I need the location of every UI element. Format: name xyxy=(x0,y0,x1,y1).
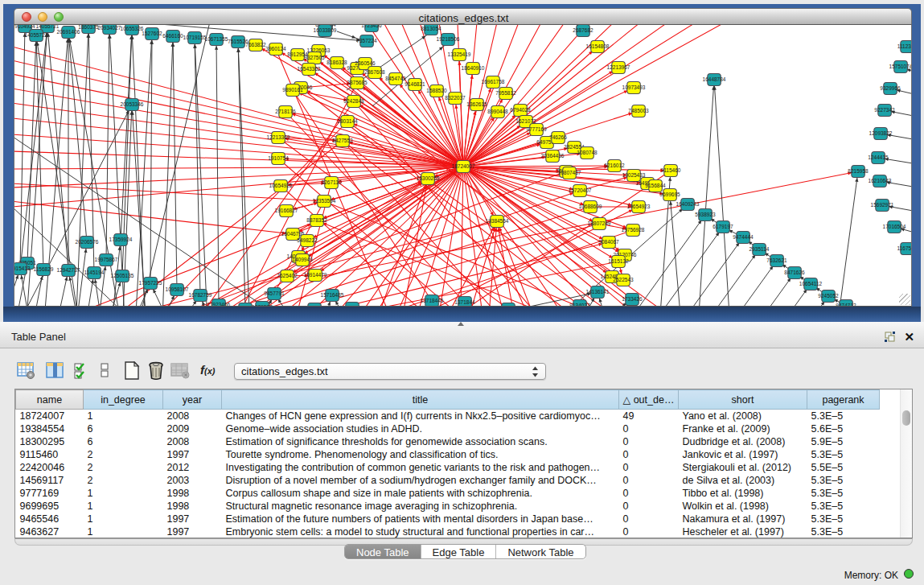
svg-text:1167534: 1167534 xyxy=(897,245,912,251)
svg-text:8454749: 8454749 xyxy=(385,76,406,81)
svg-text:1733426: 1733426 xyxy=(622,296,643,302)
svg-text:20691406: 20691406 xyxy=(57,29,80,35)
svg-text:19384554: 19384554 xyxy=(486,218,509,224)
svg-text:2687682: 2687682 xyxy=(573,27,593,33)
svg-text:2522543: 2522543 xyxy=(613,277,634,282)
svg-text:746266: 746266 xyxy=(549,134,567,140)
svg-text:1244415: 1244415 xyxy=(868,154,889,160)
svg-text:9474444: 9474444 xyxy=(733,234,754,240)
svg-text:20934027: 20934027 xyxy=(98,25,121,31)
svg-text:10671355: 10671355 xyxy=(205,36,228,42)
svg-text:14055721: 14055721 xyxy=(25,32,48,38)
svg-text:19654923: 19654923 xyxy=(627,204,651,209)
svg-text:8186328: 8186328 xyxy=(326,60,347,65)
svg-text:1362615: 1362615 xyxy=(466,101,487,107)
svg-text:7625402: 7625402 xyxy=(277,273,298,278)
svg-text:1371844: 1371844 xyxy=(304,306,325,307)
svg-text:7632621: 7632621 xyxy=(766,257,787,263)
svg-text:16448784: 16448784 xyxy=(703,76,726,82)
svg-text:15300255: 15300255 xyxy=(417,175,440,181)
svg-text:9156844: 9156844 xyxy=(645,183,666,188)
svg-text:3875685: 3875685 xyxy=(347,80,368,85)
svg-text:18807249: 18807249 xyxy=(588,220,611,226)
svg-text:10973493: 10973493 xyxy=(622,84,646,90)
svg-text:6179197: 6179197 xyxy=(713,224,733,229)
svg-text:9612345: 9612345 xyxy=(342,305,363,307)
svg-text:19218506: 19218506 xyxy=(437,36,460,42)
svg-text:19975867: 19975867 xyxy=(95,257,118,262)
svg-text:16782759: 16782759 xyxy=(189,292,212,298)
svg-text:1145194: 1145194 xyxy=(84,270,105,275)
svg-text:1723456: 1723456 xyxy=(361,25,382,28)
svg-text:17957225: 17957225 xyxy=(139,280,162,286)
svg-text:9699695: 9699695 xyxy=(659,192,680,197)
svg-text:10655326: 10655326 xyxy=(121,26,144,31)
svg-text:9227342: 9227342 xyxy=(874,107,895,113)
svg-text:10958107: 10958107 xyxy=(166,286,189,292)
svg-text:7357224: 7357224 xyxy=(356,38,377,43)
svg-text:1588520: 1588520 xyxy=(426,88,447,93)
svg-text:14136141: 14136141 xyxy=(586,289,610,295)
svg-text:9146821: 9146821 xyxy=(405,81,425,87)
svg-text:1092346: 1092346 xyxy=(235,306,256,307)
svg-text:1527602: 1527602 xyxy=(142,31,162,36)
svg-text:10654925: 10654925 xyxy=(269,183,293,188)
svg-text:18724007: 18724007 xyxy=(452,163,475,169)
svg-text:9245052: 9245052 xyxy=(818,293,839,299)
svg-text:14055721: 14055721 xyxy=(36,25,60,29)
svg-text:9253144: 9253144 xyxy=(498,306,519,307)
svg-text:20206576: 20206576 xyxy=(76,239,99,245)
svg-text:6794028: 6794028 xyxy=(510,107,531,113)
svg-text:7663822: 7663822 xyxy=(245,42,266,47)
svg-text:16543362: 16543362 xyxy=(298,66,321,72)
svg-text:12942737: 12942737 xyxy=(57,267,80,273)
svg-text:3915413: 3915413 xyxy=(14,266,31,271)
svg-text:9329966: 9329966 xyxy=(880,85,901,91)
svg-text:1080748: 1080748 xyxy=(577,150,598,155)
svg-text:15720407: 15720407 xyxy=(569,187,592,193)
svg-text:1371844: 1371844 xyxy=(454,299,475,305)
svg-text:16210643: 16210643 xyxy=(869,178,892,183)
svg-text:9084067: 9084067 xyxy=(598,239,619,245)
svg-text:15692971: 15692971 xyxy=(871,202,894,208)
svg-text:9115460: 9115460 xyxy=(661,167,681,173)
svg-text:12353594: 12353594 xyxy=(313,198,336,204)
svg-text:8427552: 8427552 xyxy=(332,138,353,143)
svg-text:9474712: 9474712 xyxy=(836,303,856,307)
svg-text:2867608: 2867608 xyxy=(364,69,385,75)
svg-text:10654112: 10654112 xyxy=(799,281,823,286)
svg-text:9327505: 9327505 xyxy=(304,55,325,60)
svg-text:16914479: 16914479 xyxy=(304,272,327,278)
svg-text:2935114: 2935114 xyxy=(749,246,770,252)
svg-text:11923466: 11923466 xyxy=(207,302,231,307)
svg-text:6216012: 6216012 xyxy=(604,163,625,168)
svg-text:6466160: 6466160 xyxy=(162,33,183,39)
svg-text:1615132: 1615132 xyxy=(608,258,629,264)
svg-text:19166827: 19166827 xyxy=(275,208,298,213)
svg-text:12505135: 12505135 xyxy=(111,273,134,278)
svg-text:1112345: 1112345 xyxy=(897,43,912,49)
svg-text:1076277: 1076277 xyxy=(252,304,273,307)
svg-text:19756928: 19756928 xyxy=(622,227,645,233)
svg-text:9777169: 9777169 xyxy=(526,126,547,132)
svg-text:1409949: 1409949 xyxy=(292,257,313,262)
svg-text:1156829: 1156829 xyxy=(34,266,54,272)
svg-text:17016504: 17016504 xyxy=(883,224,906,229)
svg-text:17359924: 17359924 xyxy=(109,237,133,242)
svg-text:2360546: 2360546 xyxy=(355,60,376,66)
svg-text:20053346: 20053346 xyxy=(121,101,144,107)
svg-text:18640910: 18640910 xyxy=(462,65,485,71)
svg-text:8813054: 8813054 xyxy=(421,26,441,31)
svg-text:15751074: 15751074 xyxy=(889,64,912,69)
svg-text:16033809: 16033809 xyxy=(314,27,337,33)
svg-text:15716485: 15716485 xyxy=(321,292,344,298)
svg-text:5498222: 5498222 xyxy=(297,237,318,243)
svg-text:9890161: 9890161 xyxy=(282,87,303,93)
svg-text:8267110: 8267110 xyxy=(322,179,342,185)
svg-text:13325419: 13325419 xyxy=(448,51,471,57)
svg-text:10025433: 10025433 xyxy=(622,172,646,178)
svg-text:5938923: 5938923 xyxy=(695,212,716,217)
svg-text:7485003: 7485003 xyxy=(628,108,649,113)
svg-text:8322037: 8322037 xyxy=(445,95,466,101)
svg-text:8990448: 8990448 xyxy=(487,109,508,114)
